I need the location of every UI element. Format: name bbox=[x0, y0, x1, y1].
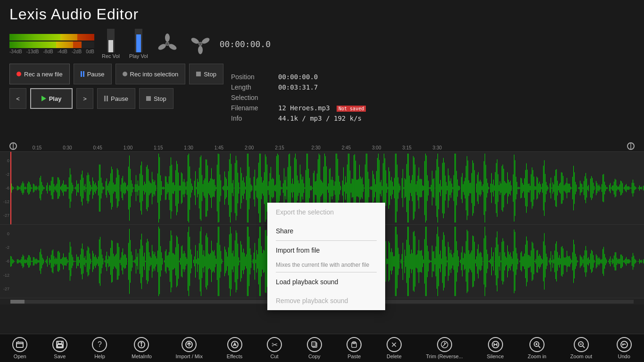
play-vol-label: Play Vol bbox=[129, 53, 148, 59]
vu-bar-bottom bbox=[9, 41, 94, 48]
paste-icon bbox=[347, 337, 362, 352]
svg-point-3 bbox=[157, 43, 167, 51]
not-saved-badge: Not saved bbox=[337, 106, 366, 112]
svg-point-7 bbox=[198, 46, 203, 54]
zoom-in-button[interactable]: Zoom in bbox=[524, 335, 550, 361]
pause-button[interactable]: Pause bbox=[74, 64, 112, 84]
copy-label: Copy bbox=[308, 354, 321, 359]
save-label: Save bbox=[54, 354, 66, 359]
rec-dot-icon bbox=[17, 72, 21, 76]
zoom-out-icon bbox=[574, 337, 589, 352]
import-mix-button[interactable]: Import / Mix bbox=[172, 335, 206, 361]
metainfo-label: MetaInfo bbox=[132, 354, 152, 359]
help-button[interactable]: ? Help bbox=[88, 335, 111, 361]
nav-next-button[interactable]: > bbox=[76, 88, 93, 109]
silence-button[interactable]: Silence bbox=[483, 335, 508, 361]
svg-point-6 bbox=[201, 37, 211, 45]
silence-label: Silence bbox=[487, 354, 504, 359]
zoom-out-button[interactable]: Zoom out bbox=[567, 335, 596, 361]
delete-button[interactable]: ✕ Delete bbox=[382, 335, 406, 361]
delete-icon: ✕ bbox=[387, 337, 402, 352]
rec-vol-slider[interactable] bbox=[107, 29, 115, 52]
copy-button[interactable]: Copy bbox=[303, 335, 326, 361]
fan-icon-2 bbox=[189, 32, 212, 56]
svg-rect-26 bbox=[312, 342, 316, 346]
svg-point-20 bbox=[141, 343, 142, 344]
paste-label: Paste bbox=[347, 354, 361, 359]
bottom-toolbar: Open Save ? Help MetaInfo bbox=[0, 334, 644, 362]
import-mix-label: Import / Mix bbox=[175, 354, 202, 359]
cut-button[interactable]: ✂ Cut bbox=[263, 335, 286, 361]
svg-point-4 bbox=[166, 42, 169, 45]
svg-line-40 bbox=[583, 346, 585, 348]
help-icon: ? bbox=[92, 337, 107, 352]
meters-row: -34dB-13dB-8dB-4dB-2dB0dB Rec Vol Play V… bbox=[0, 27, 644, 61]
fan-icons bbox=[156, 32, 212, 56]
info-panel: Position 00:00:00.0 Length 00:03:31.7 Se… bbox=[231, 73, 396, 125]
undo-label: Undo bbox=[618, 354, 630, 359]
undo-icon bbox=[617, 337, 632, 352]
stop2-button[interactable]: Stop bbox=[139, 88, 173, 109]
trim-button[interactable]: Trim (Reverse... bbox=[422, 335, 467, 361]
silence-icon bbox=[488, 337, 503, 352]
position-row: Position 00:00:00.0 bbox=[231, 73, 396, 81]
cut-label: Cut bbox=[271, 354, 279, 359]
metainfo-button[interactable]: MetaInfo bbox=[128, 335, 156, 361]
ruler-marks: 0:15 0:30 0:45 1:00 1:15 1:30 1:45 2:00 … bbox=[19, 141, 625, 151]
play-icon bbox=[41, 96, 46, 101]
effects-button[interactable]: Effects bbox=[223, 335, 247, 361]
rec-into-dot-icon bbox=[123, 72, 127, 76]
play-vol-slider[interactable] bbox=[135, 29, 142, 52]
db-labels-1: 0 -2 -6 -12 -27 bbox=[0, 152, 10, 224]
svg-rect-17 bbox=[58, 345, 62, 347]
copy-icon bbox=[307, 337, 322, 352]
pause2-button[interactable]: Pause bbox=[97, 88, 135, 109]
stop-icon bbox=[196, 72, 201, 76]
stop-button[interactable]: Stop bbox=[189, 64, 223, 84]
import-mix-icon bbox=[182, 337, 197, 352]
play-vol-control[interactable]: Play Vol bbox=[129, 29, 148, 59]
app-header: Lexis Audio Editor bbox=[0, 0, 644, 27]
scroll-thumb[interactable] bbox=[10, 300, 25, 304]
undo-button[interactable]: Undo bbox=[612, 335, 636, 361]
play-button[interactable]: Play bbox=[30, 88, 73, 109]
svg-point-42 bbox=[621, 341, 627, 348]
ctx-mix-description: Mixes the current file with another file bbox=[267, 260, 385, 268]
svg-rect-14 bbox=[17, 342, 23, 347]
open-button[interactable]: Open bbox=[8, 335, 32, 361]
nav-prev-button[interactable]: < bbox=[9, 88, 26, 109]
stop2-icon bbox=[146, 96, 151, 101]
ctx-remove-playback: Remove playback sound bbox=[267, 291, 385, 310]
vol-controls: Rec Vol Play Vol bbox=[102, 29, 148, 59]
ctx-share[interactable]: Share bbox=[267, 222, 385, 240]
cut-icon: ✂ bbox=[267, 337, 282, 352]
paste-button[interactable]: Paste bbox=[342, 335, 366, 361]
length-row: Length 00:03:31.7 bbox=[231, 83, 396, 91]
help-label: Help bbox=[94, 354, 105, 359]
timeline-ruler: 0:15 0:30 0:45 1:00 1:15 1:30 1:45 2:00 … bbox=[0, 141, 644, 152]
info-row: Info 44.1k / mp3 / 192 k/s bbox=[231, 115, 396, 122]
metainfo-icon bbox=[134, 337, 149, 352]
playhead-top-pin[interactable] bbox=[8, 141, 18, 151]
rec-into-button[interactable]: Rec into selection bbox=[116, 64, 186, 84]
svg-point-2 bbox=[168, 43, 178, 51]
save-button[interactable]: Save bbox=[48, 335, 72, 361]
vu-labels: -34dB-13dB-8dB-4dB-2dB0dB bbox=[9, 49, 94, 54]
save-icon bbox=[52, 337, 67, 352]
ctx-load-playback[interactable]: Load playback sound bbox=[267, 272, 385, 291]
rec-vol-label: Rec Vol bbox=[102, 53, 120, 59]
ctx-export-selection: Export the selection bbox=[267, 203, 385, 222]
rec-new-button[interactable]: Rec a new file bbox=[9, 64, 70, 84]
playhead-end-pin[interactable] bbox=[626, 141, 636, 151]
vu-bar-top bbox=[9, 34, 94, 41]
open-label: Open bbox=[14, 354, 26, 359]
svg-line-36 bbox=[538, 346, 540, 348]
trim-icon bbox=[437, 337, 452, 352]
svg-point-9 bbox=[199, 42, 202, 45]
svg-point-8 bbox=[190, 37, 200, 45]
vu-meter: -34dB-13dB-8dB-4dB-2dB0dB bbox=[9, 34, 94, 54]
context-menu: Export the selection Share Import from f… bbox=[267, 203, 385, 310]
rec-vol-control[interactable]: Rec Vol bbox=[102, 29, 120, 59]
ctx-import-from-file[interactable]: Import from file bbox=[267, 241, 385, 260]
zoom-in-icon bbox=[529, 337, 545, 352]
